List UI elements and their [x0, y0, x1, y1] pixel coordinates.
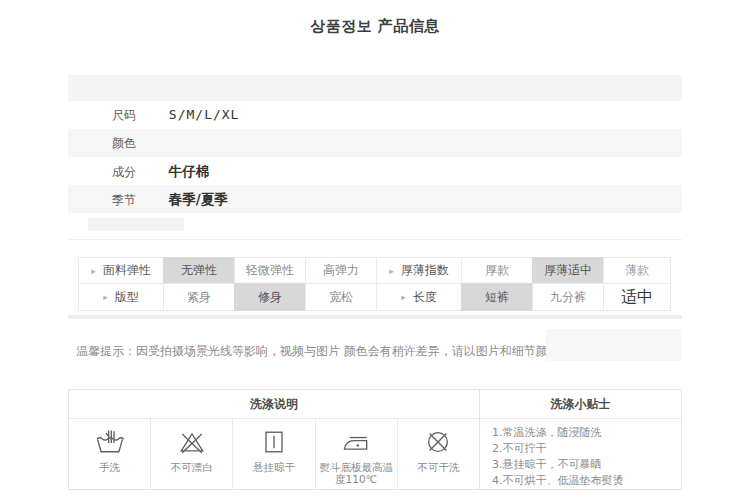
spec-label: 成分	[112, 158, 165, 186]
attr-label-text: 长度	[413, 289, 437, 306]
care-symbol-label: 熨斗底板最高温度110℃	[316, 461, 397, 485]
attr-label-text: 面料弹性	[103, 262, 151, 279]
care-tip: 2.不可拧干	[492, 441, 681, 457]
attribute-grid: ▸ 面料弹性 无弹性 轻微弹性 高弹力 ▸ 厚薄指数 厚款 厚薄适中 薄款 ▸ …	[78, 257, 678, 311]
notice-bar: 温馨提示：因受拍摄场景光线等影响，视频与图片 颜色会有稍许差异，请以图片和细节颜…	[68, 329, 682, 371]
attr-label-length: ▸ 长度	[376, 283, 462, 311]
hang-dry-icon	[258, 426, 290, 458]
product-spec-table: 尺码 S/M/L/XL 颜色 成分 牛仔棉 季节 春季/夏季	[68, 75, 682, 240]
spec-row-season: 季节 春季/夏季	[68, 185, 682, 213]
attribute-row: ▸ 面料弹性 无弹性 轻微弹性 高弹力 ▸ 厚薄指数 厚款 厚薄适中 薄款	[78, 257, 678, 284]
attribute-row: ▸ 版型 紧身 修身 宽松 ▸ 长度 短裤 九分裤 适中	[78, 284, 678, 311]
faded-placeholder	[88, 218, 184, 231]
care-symbol-row: 手洗 不可漂白 悬挂晾干	[69, 419, 479, 489]
care-symbol-label: 不可干洗	[414, 461, 462, 473]
triangle-marker-icon: ▸	[91, 266, 96, 276]
faded-placeholder	[546, 329, 682, 361]
spec-label: 季节	[112, 186, 165, 214]
page-title: 상품정보 产品信息	[0, 17, 750, 36]
attr-option: 轻微弹性	[234, 257, 306, 284]
care-tip: 1.常温洗涤，随浸随洗	[492, 425, 681, 441]
iron-max-110-icon	[340, 426, 372, 458]
care-instructions-title: 洗涤说明	[69, 390, 479, 419]
spec-row-material: 成分 牛仔棉	[68, 157, 682, 185]
care-symbol-label: 手洗	[96, 461, 123, 473]
section-divider	[68, 315, 682, 319]
attr-option: 薄款	[603, 257, 671, 284]
no-dry-clean-icon	[422, 426, 454, 458]
care-tips-list: 1.常温洗涤，随浸随洗 2.不可拧干 3.悬挂晾干，不可暴晒 4.不可烘干、低温…	[480, 419, 681, 489]
care-tip: 3.悬挂晾干，不可暴晒	[492, 457, 681, 473]
attr-option: 高弹力	[305, 257, 377, 284]
care-instructions-section: 洗涤说明 手洗 不可漂白	[69, 390, 479, 489]
spec-value: 春季/夏季	[169, 191, 228, 207]
care-tips-section: 洗涤小贴士 1.常温洗涤，随浸随洗 2.不可拧干 3.悬挂晾干，不可暴晒 4.不…	[479, 390, 681, 489]
spec-row-size: 尺码 S/M/L/XL	[68, 101, 682, 129]
care-tip: 4.不可烘干、低温垫布熨烫	[492, 473, 681, 489]
product-info-page: 상품정보 产品信息 尺码 S/M/L/XL 颜色 成分 牛仔棉 季节 春季/夏季…	[0, 0, 750, 497]
spec-label: 颜色	[112, 129, 165, 157]
no-bleach-icon	[176, 426, 208, 458]
spec-value: S/M/L/XL	[169, 107, 240, 122]
care-symbol-no-bleach: 不可漂白	[151, 419, 233, 489]
care-symbol-label: 悬挂晾干	[250, 461, 298, 473]
triangle-marker-icon: ▸	[401, 292, 406, 302]
attr-label-text: 厚薄指数	[401, 262, 449, 279]
attr-label-thickness-index: ▸ 厚薄指数	[376, 257, 462, 284]
attr-option: 适中	[603, 283, 671, 311]
attr-option: 紧身	[163, 283, 235, 311]
care-table: 洗涤说明 手洗 不可漂白	[68, 389, 682, 490]
care-tips-title: 洗涤小贴士	[480, 390, 681, 419]
spec-value: 牛仔棉	[169, 163, 210, 179]
attr-option: 无弹性	[163, 257, 235, 284]
spec-label: 尺码	[112, 101, 165, 129]
attr-option: 九分裤	[532, 283, 604, 311]
attr-label-fabric-elasticity: ▸ 面料弹性	[78, 257, 164, 284]
care-symbol-iron-max-110: 熨斗底板最高温度110℃	[316, 419, 398, 489]
attr-option: 短裤	[461, 283, 533, 311]
care-symbol-hang-dry: 悬挂晾干	[233, 419, 315, 489]
triangle-marker-icon: ▸	[103, 292, 108, 302]
hand-wash-icon	[94, 426, 126, 458]
spec-table-footer	[68, 213, 682, 239]
attr-option: 厚款	[461, 257, 533, 284]
attr-option: 修身	[234, 283, 306, 311]
attr-option: 厚薄适中	[532, 257, 604, 284]
care-symbol-no-dry-clean: 不可干洗	[398, 419, 479, 489]
care-symbol-hand-wash: 手洗	[69, 419, 151, 489]
notice-text: 温馨提示：因受拍摄场景光线等影响，视频与图片 颜色会有稍许差异，请以图片和细节颜…	[76, 343, 596, 360]
spec-table-header-bar	[68, 75, 682, 101]
spec-row-color: 颜色	[68, 129, 682, 157]
care-symbol-label: 不可漂白	[168, 461, 216, 473]
attr-option: 宽松	[305, 283, 377, 311]
triangle-marker-icon: ▸	[389, 266, 394, 276]
attr-label-text: 版型	[115, 289, 139, 306]
attr-label-fit-type: ▸ 版型	[78, 283, 164, 311]
